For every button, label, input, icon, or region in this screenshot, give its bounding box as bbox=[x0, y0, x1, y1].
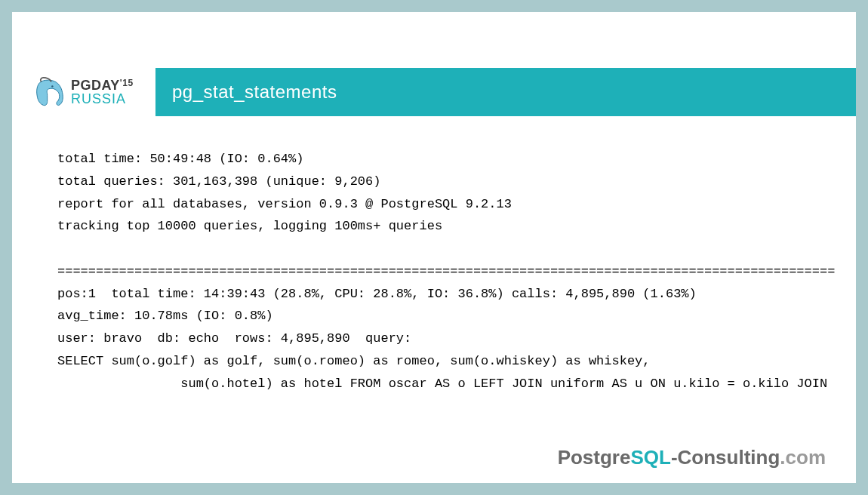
svg-point-0 bbox=[51, 85, 54, 88]
brand-part: .com bbox=[780, 446, 826, 469]
report-line: tracking top 10000 queries, logging 100m… bbox=[57, 219, 442, 233]
footer-brand: PostgreSQL-Consulting.com bbox=[558, 446, 826, 469]
brand-part: SQL bbox=[630, 446, 670, 469]
event-logo: PGDAY'15 RUSSIA bbox=[12, 68, 155, 116]
logo-top: PGDAY bbox=[71, 78, 120, 93]
report-line: total time: 50:49:48 (IO: 0.64%) bbox=[57, 152, 303, 166]
elephant-icon bbox=[35, 76, 65, 108]
report-line: total queries: 301,163,398 (unique: 9,20… bbox=[57, 174, 380, 189]
report-output: total time: 50:49:48 (IO: 0.64%) total q… bbox=[57, 148, 856, 395]
logo-year: '15 bbox=[120, 78, 134, 88]
slide: PGDAY'15 RUSSIA pg_stat_statements total… bbox=[12, 12, 856, 483]
report-line: pos:1 total time: 14:39:43 (28.8%, CPU: … bbox=[57, 287, 697, 301]
report-line: sum(o.hotel) as hotel FROM oscar AS o LE… bbox=[57, 377, 835, 391]
report-separator: ========================================… bbox=[57, 264, 835, 278]
logo-bottom: RUSSIA bbox=[71, 92, 134, 106]
header: PGDAY'15 RUSSIA pg_stat_statements bbox=[12, 68, 856, 116]
logo-text: PGDAY'15 RUSSIA bbox=[71, 78, 134, 106]
report-line: avg_time: 10.78ms (IO: 0.8%) bbox=[57, 309, 273, 323]
brand-part: Postgre bbox=[558, 446, 631, 469]
report-line: SELECT sum(o.golf) as golf, sum(o.romeo)… bbox=[57, 354, 651, 368]
brand-part: -Consulting bbox=[671, 446, 780, 469]
report-line: report for all databases, version 0.9.3 … bbox=[57, 197, 512, 211]
report-line: user: bravo db: echo rows: 4,895,890 que… bbox=[57, 331, 411, 346]
slide-title: pg_stat_statements bbox=[155, 68, 856, 116]
